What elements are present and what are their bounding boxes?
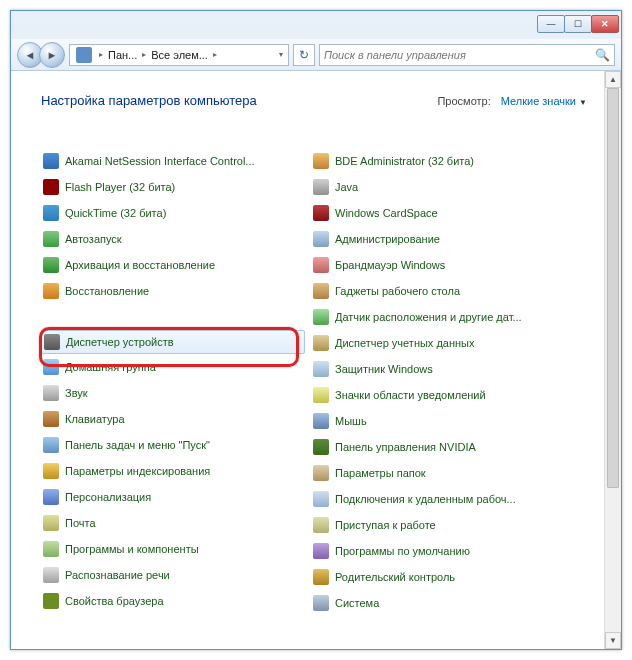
item-label: Подключения к удаленным рабоч... — [335, 493, 516, 505]
item-label: Свойства браузера — [65, 595, 164, 607]
control-panel-item[interactable]: QuickTime (32 бита) — [41, 200, 305, 226]
item-icon — [313, 595, 329, 611]
search-input[interactable] — [324, 49, 595, 61]
item-icon — [43, 463, 59, 479]
item-label: Значки области уведомлений — [335, 389, 486, 401]
control-panel-item[interactable]: Система — [311, 590, 575, 616]
control-panel-item[interactable]: Брандмауэр Windows — [311, 252, 575, 278]
control-panel-item[interactable]: Архивация и восстановление — [41, 252, 305, 278]
control-panel-item[interactable]: Родительский контроль — [311, 564, 575, 590]
item-label: Диспетчер учетных данных — [335, 337, 475, 349]
titlebar: — ☐ ✕ — [11, 11, 621, 39]
item-label: Распознавание речи — [65, 569, 170, 581]
chevron-down-icon: ▼ — [579, 98, 587, 107]
control-panel-item[interactable]: Панель управления NVIDIA — [311, 434, 575, 460]
breadcrumb[interactable]: ▸ Пан... ▸ Все элем... ▸ ▾ — [69, 44, 289, 66]
forward-button[interactable]: ► — [39, 42, 65, 68]
control-panel-items: Akamai NetSession Interface Control...Fl… — [41, 148, 581, 616]
control-panel-item[interactable]: Программы по умолчанию — [311, 538, 575, 564]
minimize-button[interactable]: — — [537, 15, 565, 33]
item-label: Панель задач и меню "Пуск" — [65, 439, 210, 451]
control-panel-item[interactable]: Распознавание речи — [41, 562, 305, 588]
item-icon — [313, 283, 329, 299]
search-icon[interactable]: 🔍 — [595, 48, 610, 62]
item-label: Персонализация — [65, 491, 151, 503]
item-icon — [313, 413, 329, 429]
item-label: Восстановление — [65, 285, 149, 297]
item-icon — [43, 205, 59, 221]
item-label: Мышь — [335, 415, 367, 427]
item-icon — [313, 465, 329, 481]
item-label: Архивация и восстановление — [65, 259, 215, 271]
control-panel-item[interactable]: Параметры папок — [311, 460, 575, 486]
breadcrumb-segment[interactable]: Пан... — [106, 49, 139, 61]
item-icon — [313, 309, 329, 325]
control-panel-item[interactable]: Гаджеты рабочего стола — [311, 278, 575, 304]
item-icon — [43, 179, 59, 195]
item-icon — [313, 335, 329, 351]
item-icon — [43, 515, 59, 531]
item-label: Клавиатура — [65, 413, 125, 425]
control-panel-item[interactable]: Диспетчер учетных данных — [311, 330, 575, 356]
control-panel-item[interactable]: Клавиатура — [41, 406, 305, 432]
scroll-thumb[interactable] — [607, 88, 619, 488]
item-label: Параметры папок — [335, 467, 426, 479]
close-button[interactable]: ✕ — [591, 15, 619, 33]
control-panel-item[interactable]: Восстановление — [41, 278, 305, 304]
control-panel-item[interactable]: Администрирование — [311, 226, 575, 252]
item-label: Администрирование — [335, 233, 440, 245]
item-icon — [44, 334, 60, 350]
item-icon — [43, 541, 59, 557]
item-icon — [43, 153, 59, 169]
item-icon — [43, 257, 59, 273]
content-area: Настройка параметров компьютера Просмотр… — [11, 71, 621, 649]
control-panel-item[interactable]: Приступая к работе — [311, 512, 575, 538]
view-label: Просмотр: — [437, 95, 490, 107]
scrollbar[interactable]: ▲ ▼ — [604, 71, 621, 649]
control-panel-item[interactable]: BDE Administrator (32 бита) — [311, 148, 575, 174]
control-panel-item[interactable]: Akamai NetSession Interface Control... — [41, 148, 305, 174]
control-panel-item[interactable]: Звук — [41, 380, 305, 406]
item-icon — [313, 205, 329, 221]
control-panel-item[interactable]: Автозапуск — [41, 226, 305, 252]
control-panel-item[interactable]: Значки области уведомлений — [311, 382, 575, 408]
item-label: Приступая к работе — [335, 519, 436, 531]
scroll-up-button[interactable]: ▲ — [605, 71, 621, 88]
control-panel-item[interactable]: Домашняя группа — [41, 354, 305, 380]
refresh-button[interactable]: ↻ — [293, 44, 315, 66]
item-icon — [43, 489, 59, 505]
item-label: Java — [335, 181, 358, 193]
item-label: Flash Player (32 бита) — [65, 181, 175, 193]
control-panel-icon — [76, 47, 92, 63]
control-panel-item[interactable]: Параметры индексирования — [41, 458, 305, 484]
control-panel-item[interactable]: Java — [311, 174, 575, 200]
item-label: Система — [335, 597, 379, 609]
control-panel-item[interactable]: Свойства браузера — [41, 588, 305, 614]
control-panel-item[interactable]: Защитник Windows — [311, 356, 575, 382]
dropdown-icon[interactable]: ▾ — [276, 50, 286, 59]
item-label: Брандмауэр Windows — [335, 259, 445, 271]
item-icon — [313, 569, 329, 585]
item-icon — [43, 567, 59, 583]
item-label: Автозапуск — [65, 233, 122, 245]
control-panel-item[interactable]: Датчик расположения и другие дат... — [311, 304, 575, 330]
search-box[interactable]: 🔍 — [319, 44, 615, 66]
breadcrumb-segment[interactable]: Все элем... — [149, 49, 210, 61]
scroll-down-button[interactable]: ▼ — [605, 632, 621, 649]
item-icon — [313, 543, 329, 559]
item-icon — [43, 593, 59, 609]
control-panel-item[interactable]: Flash Player (32 бита) — [41, 174, 305, 200]
view-mode-link[interactable]: Мелкие значки ▼ — [501, 95, 587, 107]
control-panel-item[interactable]: Программы и компоненты — [41, 536, 305, 562]
item-icon — [313, 257, 329, 273]
item-label: QuickTime (32 бита) — [65, 207, 166, 219]
control-panel-item[interactable]: Диспетчер устройств — [41, 330, 305, 354]
control-panel-item[interactable]: Панель задач и меню "Пуск" — [41, 432, 305, 458]
control-panel-item[interactable]: Мышь — [311, 408, 575, 434]
chevron-right-icon: ▸ — [139, 50, 149, 59]
control-panel-item[interactable]: Почта — [41, 510, 305, 536]
control-panel-item[interactable]: Персонализация — [41, 484, 305, 510]
control-panel-item[interactable]: Подключения к удаленным рабоч... — [311, 486, 575, 512]
maximize-button[interactable]: ☐ — [564, 15, 592, 33]
control-panel-item[interactable]: Windows CardSpace — [311, 200, 575, 226]
